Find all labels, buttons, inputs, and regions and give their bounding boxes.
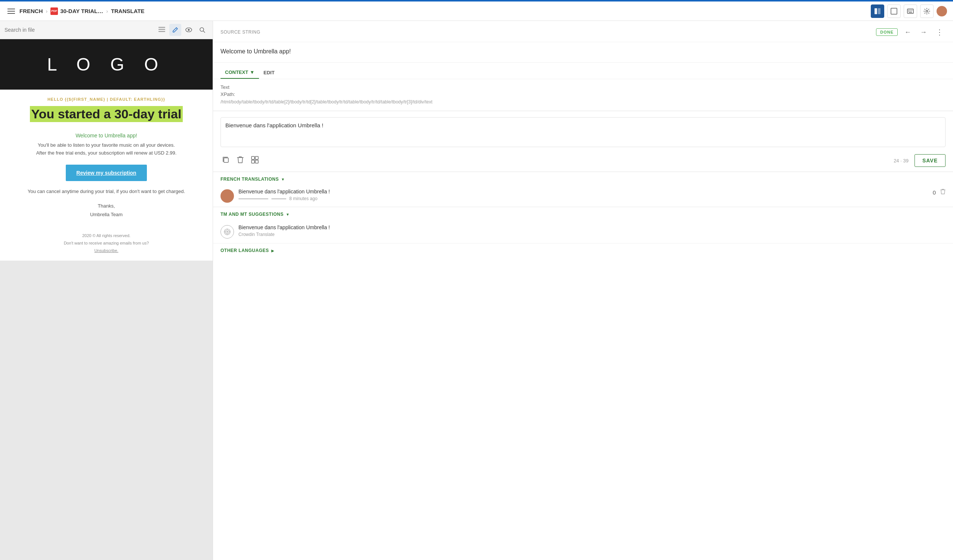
meta-bar-1 bbox=[238, 198, 269, 200]
tm-suggestions-label: TM AND MT SUGGESTIONS bbox=[220, 212, 284, 217]
email-logo-area: L O G O bbox=[0, 39, 213, 90]
preview-btn[interactable] bbox=[183, 24, 195, 36]
layout-sidebar-btn[interactable] bbox=[871, 5, 884, 18]
breadcrumb-sep-1: › bbox=[46, 8, 48, 14]
svg-rect-14 bbox=[158, 29, 165, 30]
context-type: Text bbox=[220, 84, 945, 90]
copy-source-btn[interactable] bbox=[220, 155, 231, 167]
context-tab-label: CONTEXT bbox=[225, 70, 248, 75]
translation-item-meta: 8 minutes ago bbox=[238, 196, 928, 201]
suggestion-content: Bienvenue dans l'application Umbrella ! … bbox=[238, 224, 945, 237]
prev-string-btn[interactable]: ← bbox=[902, 27, 913, 38]
svg-rect-5 bbox=[910, 10, 910, 11]
email-cancel: You can cancel anytime during your trial… bbox=[15, 189, 198, 194]
next-string-btn[interactable]: → bbox=[918, 27, 929, 38]
search-input[interactable] bbox=[5, 27, 153, 33]
other-languages-header[interactable]: OTHER LANGUAGES ▶ bbox=[213, 243, 953, 256]
svg-rect-22 bbox=[251, 160, 255, 163]
suggestions-section: Bienvenue dans l'application Umbrella ! … bbox=[213, 220, 953, 243]
breadcrumb-trial[interactable]: 30-DAY TRIAL… bbox=[60, 8, 103, 14]
top-bar-right bbox=[871, 5, 947, 18]
svg-rect-0 bbox=[874, 8, 877, 14]
settings-btn[interactable] bbox=[920, 5, 934, 18]
svg-rect-4 bbox=[908, 10, 909, 11]
context-tabs: CONTEXT ▼ EDIT bbox=[213, 63, 953, 79]
preview-area[interactable]: L O G O HELLO {{${FIRST_NAME} | DEFAULT:… bbox=[0, 39, 213, 560]
suggestion-source: Crowdin Translate bbox=[238, 232, 945, 237]
context-xpath-label: XPath: bbox=[220, 91, 945, 97]
main-layout: L O G O HELLO {{${FIRST_NAME} | DEFAULT:… bbox=[0, 21, 953, 560]
email-hello: HELLO {{${FIRST_NAME} | DEFAULT: EARTHLI… bbox=[15, 97, 198, 102]
svg-rect-7 bbox=[912, 10, 913, 11]
email-btn-wrap: Review my subscription bbox=[15, 165, 198, 181]
hamburger-menu[interactable] bbox=[6, 7, 16, 15]
email-body: HELLO {{${FIRST_NAME} | DEFAULT: EARTHLI… bbox=[0, 90, 213, 226]
translation-tools bbox=[220, 155, 260, 167]
layout-single-btn[interactable] bbox=[887, 5, 901, 18]
context-chevron-icon: ▼ bbox=[250, 70, 255, 75]
svg-rect-8 bbox=[908, 11, 909, 12]
email-desc: You'll be able to listen to your favorit… bbox=[15, 141, 198, 157]
logo-text: L O G O bbox=[15, 54, 198, 75]
list-view-btn[interactable] bbox=[156, 24, 168, 36]
svg-rect-15 bbox=[158, 31, 165, 32]
edit-mode-btn[interactable] bbox=[169, 24, 181, 36]
edit-tab[interactable]: EDIT bbox=[259, 67, 279, 78]
svg-rect-20 bbox=[251, 156, 255, 159]
french-translations-chevron: ▼ bbox=[281, 177, 285, 181]
translator-avatar bbox=[220, 189, 234, 203]
suggestion-text: Bienvenue dans l'application Umbrella ! bbox=[238, 224, 945, 230]
translation-textarea[interactable]: Bienvenue dans l'application Umbrella ! bbox=[220, 117, 945, 147]
search-actions bbox=[156, 24, 208, 36]
translation-item-text: Bienvenue dans l'application Umbrella ! bbox=[238, 189, 928, 195]
svg-point-26 bbox=[227, 231, 228, 233]
right-panel: SOURCE STRING DONE ← → ⋮ Welcome to Umbr… bbox=[213, 21, 953, 560]
svg-rect-9 bbox=[910, 11, 910, 12]
search-btn[interactable] bbox=[196, 24, 208, 36]
top-bar-left: FRENCH › PDF 30-DAY TRIAL… › TRANSLATE bbox=[6, 7, 144, 15]
svg-rect-21 bbox=[255, 156, 258, 159]
top-bar: FRENCH › PDF 30-DAY TRIAL… › TRANSLATE bbox=[0, 2, 953, 21]
context-tab[interactable]: CONTEXT ▼ bbox=[220, 67, 259, 79]
email-footer: 2020 © All rights reserved. Don't want t… bbox=[0, 226, 213, 260]
save-btn[interactable]: SAVE bbox=[914, 154, 945, 167]
done-badge: DONE bbox=[876, 28, 898, 36]
split-btn[interactable] bbox=[250, 155, 260, 167]
translation-area: Bienvenue dans l'application Umbrella ! bbox=[213, 111, 953, 151]
review-subscription-btn[interactable]: Review my subscription bbox=[66, 165, 146, 181]
keyboard-btn[interactable] bbox=[904, 5, 917, 18]
breadcrumb-translate[interactable]: TRANSLATE bbox=[111, 8, 144, 14]
unsubscribe-link[interactable]: Unsubscribe. bbox=[94, 248, 118, 253]
email-headline: You started a 30-day trial bbox=[30, 106, 183, 122]
char-count: 24 · 39 bbox=[894, 158, 908, 164]
other-languages-arrow: ▶ bbox=[271, 249, 274, 253]
svg-rect-1 bbox=[878, 8, 880, 14]
breadcrumb-sep-2: › bbox=[106, 8, 108, 14]
left-panel: L O G O HELLO {{${FIRST_NAME} | DEFAULT:… bbox=[0, 21, 213, 560]
source-header-right: DONE ← → ⋮ bbox=[876, 26, 945, 38]
email-welcome: Welcome to Umbrella app! bbox=[15, 133, 198, 139]
svg-rect-2 bbox=[891, 8, 897, 14]
french-translations-label: FRENCH TRANSLATIONS bbox=[220, 176, 279, 182]
suggestion-item: Bienvenue dans l'application Umbrella ! … bbox=[213, 220, 953, 243]
context-details: Text XPath: /html/body/table/tbody/tr/td… bbox=[213, 79, 953, 111]
breadcrumb-french[interactable]: FRENCH bbox=[19, 8, 43, 14]
translation-item: Bienvenue dans l'application Umbrella ! … bbox=[213, 185, 953, 207]
tm-suggestions-header[interactable]: TM AND MT SUGGESTIONS ▼ bbox=[213, 207, 953, 220]
translation-toolbar: 24 · 39 SAVE bbox=[213, 151, 953, 172]
right-panel-scroll[interactable]: FRENCH TRANSLATIONS ▼ Bienvenue dans l'a… bbox=[213, 172, 953, 560]
delete-translation-btn[interactable] bbox=[236, 155, 245, 167]
more-options-btn[interactable]: ⋮ bbox=[934, 26, 945, 38]
save-area: 24 · 39 SAVE bbox=[894, 154, 945, 167]
vote-count: 0 bbox=[933, 189, 936, 196]
user-avatar[interactable] bbox=[937, 6, 947, 16]
email-thanks: Thanks, Umbrella Team bbox=[15, 202, 198, 219]
svg-rect-13 bbox=[158, 27, 165, 28]
breadcrumb: FRENCH › PDF 30-DAY TRIAL… › TRANSLATE bbox=[19, 8, 144, 15]
source-label: SOURCE STRING bbox=[220, 29, 261, 35]
svg-rect-19 bbox=[224, 158, 228, 162]
delete-translation-item-btn[interactable] bbox=[940, 189, 945, 196]
svg-rect-6 bbox=[911, 10, 911, 11]
translation-item-right: 0 bbox=[933, 189, 945, 196]
french-translations-header[interactable]: FRENCH TRANSLATIONS ▼ bbox=[213, 172, 953, 185]
